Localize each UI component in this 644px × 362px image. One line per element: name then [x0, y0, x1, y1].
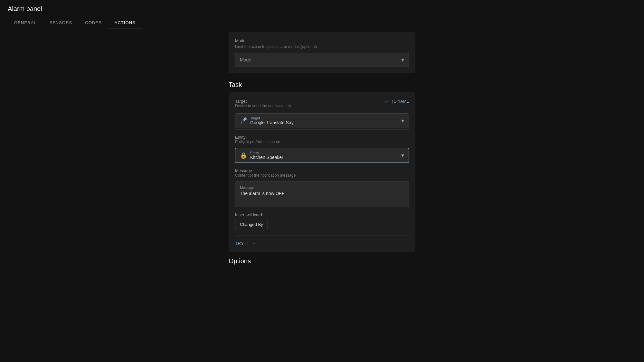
entity-inner-label: Entity — [250, 151, 283, 155]
target-select[interactable]: 🎤 Target Google Translate Say ▾ — [235, 113, 409, 128]
app-header: Alarm panel GENERAL SENSORS CODES ACTION… — [0, 0, 644, 29]
mic-icon: 🎤 — [240, 117, 247, 124]
chevron-down-icon: ▾ — [401, 56, 404, 63]
target-label: Target — [235, 99, 291, 104]
mode-card: Mode Limit the action to specific arm mo… — [229, 32, 415, 73]
mode-label: Mode — [235, 38, 409, 43]
task-section-title: Task — [229, 81, 415, 88]
try-it-arrow-icon: → — [251, 241, 256, 246]
to-yaml-label: TO YAML — [391, 99, 409, 104]
options-section-title: Options — [229, 257, 415, 265]
message-description: Content of the notification message — [235, 173, 409, 178]
target-field-group: Target Device to send the notification t… — [235, 99, 409, 128]
mode-field-group: Mode Limit the action to specific arm mo… — [235, 38, 409, 67]
message-inner-label: Message — [240, 186, 404, 190]
target-inner-label: Target — [250, 116, 294, 120]
mode-select-value: Mode — [240, 57, 251, 62]
entity-field-group: Entity Entity to perform action on 🔒 Ent… — [235, 135, 409, 163]
entity-select[interactable]: 🔒 Entity Kitchen Speaker ▾ — [235, 148, 409, 163]
tab-sensors[interactable]: SENSORS — [43, 16, 79, 29]
target-value-group: Target Google Translate Say — [250, 116, 294, 125]
task-card: Target Device to send the notification t… — [229, 92, 415, 252]
entity-select-inner: 🔒 Entity Kitchen Speaker — [240, 151, 283, 160]
yaml-icon: ⇄ — [385, 99, 389, 104]
wildcard-label: Insert wildcard: — [235, 212, 409, 217]
divider-1 — [235, 129, 409, 130]
entity-description: Entity to perform action on — [235, 140, 409, 144]
changed-by-button[interactable]: Changed By — [235, 220, 268, 229]
entity-value-group: Entity Kitchen Speaker — [250, 151, 283, 160]
message-field-group: Message Content of the notification mess… — [235, 168, 409, 207]
entity-label: Entity — [235, 135, 409, 140]
mode-description: Limit the action to specific arm modes (… — [235, 44, 409, 49]
app-title: Alarm panel — [8, 5, 636, 13]
main-content: Mode Limit the action to specific arm mo… — [0, 29, 644, 362]
tab-general[interactable]: GENERAL — [8, 16, 43, 29]
lock-icon: 🔒 — [240, 152, 247, 159]
tabs-nav: GENERAL SENSORS CODES ACTIONS — [8, 16, 636, 29]
content-wrapper: Mode Limit the action to specific arm mo… — [229, 29, 415, 362]
try-it-label: TRY IT — [235, 241, 250, 246]
try-it-button[interactable]: TRY IT → — [235, 241, 256, 246]
message-label: Message — [235, 168, 409, 173]
entity-chevron-icon: ▾ — [401, 152, 404, 159]
entity-inner-value: Kitchen Speaker — [250, 155, 283, 160]
tab-codes[interactable]: CODES — [79, 16, 108, 29]
target-description: Device to send the notification to — [235, 104, 291, 108]
to-yaml-button[interactable]: ⇄ TO YAML — [385, 99, 409, 104]
mode-select[interactable]: Mode ▾ — [235, 53, 409, 67]
target-card-header: Target Device to send the notification t… — [235, 99, 409, 112]
tab-actions[interactable]: ACTIONS — [108, 16, 142, 29]
target-chevron-icon: ▾ — [401, 117, 404, 124]
target-inner-value: Google Translate Say — [250, 120, 294, 125]
target-select-inner: 🎤 Target Google Translate Say — [240, 116, 294, 125]
try-it-section: TRY IT → — [235, 236, 409, 246]
wildcard-section: Insert wildcard: Changed By — [235, 212, 409, 229]
message-box[interactable]: Message The alarm is now OFF — [235, 181, 409, 207]
message-text: The alarm is now OFF — [240, 191, 284, 196]
